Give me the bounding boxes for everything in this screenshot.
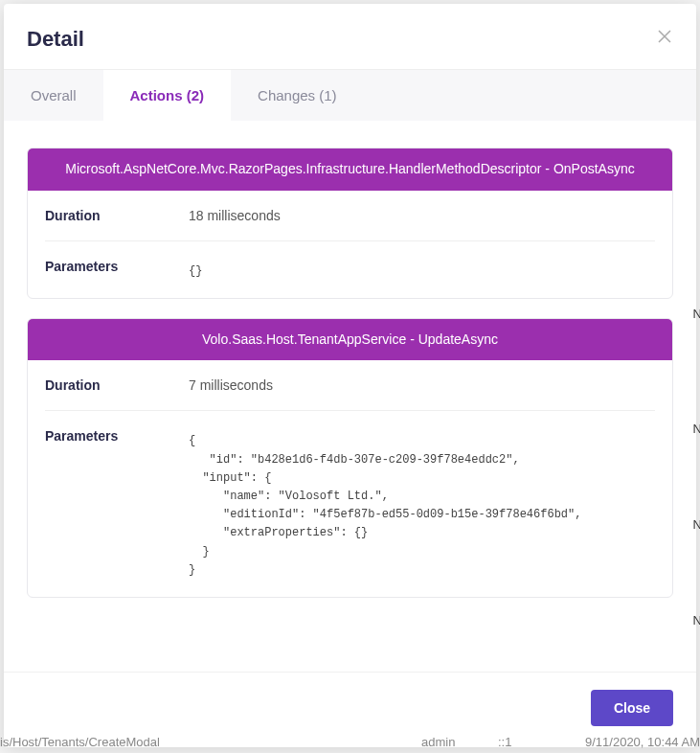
row-parameters: Parameters { "id": "b428e1d6-f4db-307e-c… bbox=[45, 411, 655, 597]
parameters-label: Parameters bbox=[45, 428, 189, 444]
duration-value: 7 milliseconds bbox=[189, 377, 655, 393]
bg-path: is/Host/Tenants/CreateModal bbox=[0, 735, 160, 749]
bg-spacer: ::1 bbox=[498, 735, 511, 749]
modal-title: Detail bbox=[27, 27, 84, 52]
action-card: Microsoft.AspNetCore.Mvc.RazorPages.Infr… bbox=[27, 148, 673, 299]
tab-content: Microsoft.AspNetCore.Mvc.RazorPages.Infr… bbox=[4, 121, 696, 672]
parameters-value: {} bbox=[189, 259, 655, 281]
bg-side-n-4: N bbox=[693, 613, 700, 628]
row-parameters: Parameters {} bbox=[45, 241, 655, 298]
tab-label: Actions bbox=[130, 87, 183, 103]
bg-side-n-3: N bbox=[693, 517, 700, 532]
close-button[interactable]: Close bbox=[591, 690, 673, 726]
tab-actions[interactable]: Actions (2) bbox=[103, 70, 232, 121]
close-icon[interactable] bbox=[656, 27, 673, 48]
bg-side-n-2: N bbox=[693, 422, 700, 436]
detail-modal: Detail Overall Actions (2) Changes (1) M… bbox=[4, 4, 696, 747]
action-body: Duration 18 milliseconds Parameters {} bbox=[28, 191, 672, 298]
tab-label: Overall bbox=[31, 87, 77, 103]
duration-label: Duration bbox=[45, 208, 189, 223]
tabs: Overall Actions (2) Changes (1) bbox=[4, 69, 696, 121]
modal-header: Detail bbox=[4, 4, 696, 69]
tab-changes[interactable]: Changes (1) bbox=[231, 70, 364, 121]
tab-label: Changes bbox=[258, 87, 315, 103]
bg-user: admin bbox=[421, 735, 455, 749]
bg-side-n-1: N bbox=[693, 307, 700, 321]
duration-value: 18 milliseconds bbox=[189, 208, 655, 223]
tab-count: (2) bbox=[187, 87, 204, 103]
row-duration: Duration 7 milliseconds bbox=[45, 360, 655, 411]
action-body: Duration 7 milliseconds Parameters { "id… bbox=[28, 360, 672, 597]
tab-count: (1) bbox=[319, 87, 336, 103]
action-card: Volo.Saas.Host.TenantAppService - Update… bbox=[27, 318, 673, 598]
tab-overall[interactable]: Overall bbox=[4, 70, 103, 121]
bg-datetime: 9/11/2020, 10:44 AM bbox=[585, 735, 700, 749]
parameters-value: { "id": "b428e1d6-f4db-307e-c209-39f78e4… bbox=[189, 428, 655, 580]
parameters-label: Parameters bbox=[45, 259, 189, 274]
action-title: Microsoft.AspNetCore.Mvc.RazorPages.Infr… bbox=[28, 148, 672, 191]
duration-label: Duration bbox=[45, 377, 189, 393]
action-title: Volo.Saas.Host.TenantAppService - Update… bbox=[28, 319, 672, 361]
row-duration: Duration 18 milliseconds bbox=[45, 191, 655, 241]
